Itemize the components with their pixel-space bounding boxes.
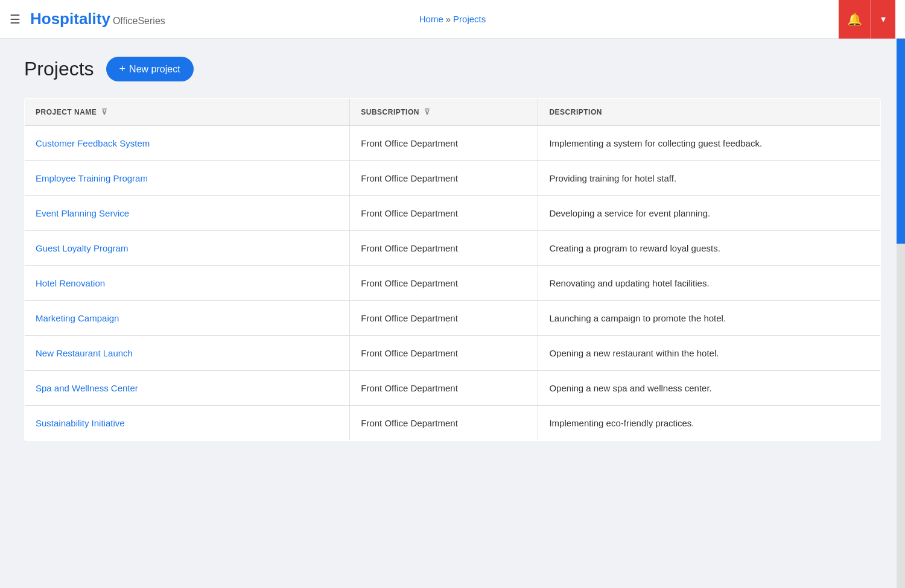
bell-icon: 🔔	[847, 12, 862, 27]
table-row: New Restaurant LaunchFront Office Depart…	[25, 336, 881, 371]
project-description-cell: Opening a new spa and wellness center.	[538, 371, 881, 406]
project-name-cell: Guest Loyalty Program	[25, 231, 350, 266]
table-row: Spa and Wellness CenterFront Office Depa…	[25, 371, 881, 406]
user-dropdown-button[interactable]: ▾	[870, 0, 895, 39]
column-header-description: DESCRIPTION	[538, 99, 881, 126]
project-name-link[interactable]: Event Planning Service	[36, 208, 129, 218]
project-description-cell: Implementing eco-friendly practices.	[538, 406, 881, 441]
project-subscription-cell: Front Office Department	[350, 161, 538, 196]
project-name-cell: Event Planning Service	[25, 196, 350, 231]
project-name-link[interactable]: Guest Loyalty Program	[36, 243, 128, 253]
new-project-button[interactable]: + New project	[106, 57, 194, 81]
project-name-link[interactable]: Sustainability Initiative	[36, 418, 125, 428]
column-header-name: PROJECT NAME ⊽	[25, 99, 350, 126]
breadcrumb-home[interactable]: Home	[419, 14, 443, 24]
table-body: Customer Feedback SystemFront Office Dep…	[25, 125, 881, 441]
logo-text: Hospitality	[30, 10, 110, 28]
table-row: Hotel RenovationFront Office DepartmentR…	[25, 266, 881, 301]
project-name-link[interactable]: Spa and Wellness Center	[36, 383, 138, 393]
plus-icon: +	[119, 63, 126, 75]
column-header-subscription: SUBSCRIPTION ⊽	[350, 99, 538, 126]
project-name-cell: Sustainability Initiative	[25, 406, 350, 441]
breadcrumb-current[interactable]: Projects	[453, 14, 486, 24]
project-subscription-cell: Front Office Department	[350, 125, 538, 161]
filter-icon-subscription[interactable]: ⊽	[424, 107, 431, 116]
page-title-row: Projects + New project	[24, 57, 881, 81]
chevron-down-icon: ▾	[881, 13, 886, 25]
project-name-link[interactable]: New Restaurant Launch	[36, 348, 133, 358]
menu-icon[interactable]: ☰	[10, 13, 21, 25]
notifications-button[interactable]: 🔔	[839, 0, 870, 39]
table-row: Marketing CampaignFront Office Departmen…	[25, 301, 881, 336]
header: ☰ Hospitality OfficeSeries Home » Projec…	[0, 0, 905, 39]
filter-icon-name[interactable]: ⊽	[101, 107, 108, 116]
column-subscription-label: SUBSCRIPTION	[361, 108, 419, 116]
project-description-cell: Providing training for hotel staff.	[538, 161, 881, 196]
project-description-cell: Renovating and updating hotel facilities…	[538, 266, 881, 301]
project-description-cell: Opening a new restaurant within the hote…	[538, 336, 881, 371]
table-header: PROJECT NAME ⊽ SUBSCRIPTION ⊽ DESCRIPTIO…	[25, 99, 881, 126]
project-name-cell: Spa and Wellness Center	[25, 371, 350, 406]
column-name-label: PROJECT NAME	[36, 108, 97, 116]
project-description-cell: Developing a service for event planning.	[538, 196, 881, 231]
project-name-link[interactable]: Marketing Campaign	[36, 313, 119, 323]
logo-sub: OfficeSeries	[113, 16, 165, 27]
logo-container: Hospitality OfficeSeries	[30, 10, 165, 28]
project-subscription-cell: Front Office Department	[350, 196, 538, 231]
project-description-cell: Creating a program to reward loyal guest…	[538, 231, 881, 266]
table-row: Sustainability InitiativeFront Office De…	[25, 406, 881, 441]
project-subscription-cell: Front Office Department	[350, 371, 538, 406]
table-row: Guest Loyalty ProgramFront Office Depart…	[25, 231, 881, 266]
table-header-row: PROJECT NAME ⊽ SUBSCRIPTION ⊽ DESCRIPTIO…	[25, 99, 881, 126]
project-subscription-cell: Front Office Department	[350, 336, 538, 371]
project-name-link[interactable]: Customer Feedback System	[36, 138, 150, 148]
breadcrumb: Home » Projects	[419, 14, 486, 24]
table-row: Employee Training ProgramFront Office De…	[25, 161, 881, 196]
header-actions: 🔔 ▾	[839, 0, 895, 39]
project-name-cell: New Restaurant Launch	[25, 336, 350, 371]
project-subscription-cell: Front Office Department	[350, 406, 538, 441]
projects-table: PROJECT NAME ⊽ SUBSCRIPTION ⊽ DESCRIPTIO…	[24, 98, 881, 441]
page-title: Projects	[24, 58, 94, 80]
project-description-cell: Implementing a system for collecting gue…	[538, 125, 881, 161]
breadcrumb-separator: »	[446, 14, 451, 24]
project-name-link[interactable]: Hotel Renovation	[36, 278, 105, 288]
project-subscription-cell: Front Office Department	[350, 231, 538, 266]
project-subscription-cell: Front Office Department	[350, 301, 538, 336]
project-name-cell: Employee Training Program	[25, 161, 350, 196]
new-project-label: New project	[129, 64, 180, 75]
project-name-cell: Hotel Renovation	[25, 266, 350, 301]
column-description-label: DESCRIPTION	[549, 108, 602, 116]
table-row: Event Planning ServiceFront Office Depar…	[25, 196, 881, 231]
project-name-link[interactable]: Employee Training Program	[36, 173, 148, 183]
project-name-cell: Customer Feedback System	[25, 125, 350, 161]
project-subscription-cell: Front Office Department	[350, 266, 538, 301]
project-description-cell: Launching a campaign to promote the hote…	[538, 301, 881, 336]
main-content: Projects + New project PROJECT NAME ⊽ SU…	[0, 39, 905, 459]
project-name-cell: Marketing Campaign	[25, 301, 350, 336]
table-row: Customer Feedback SystemFront Office Dep…	[25, 125, 881, 161]
